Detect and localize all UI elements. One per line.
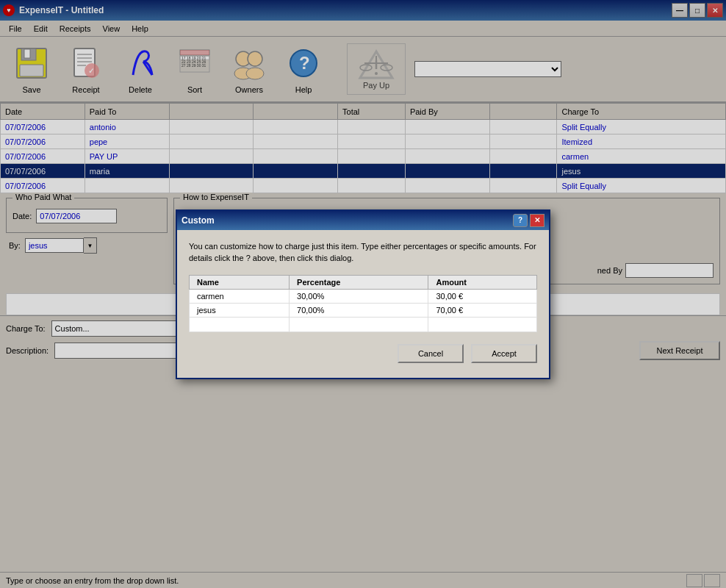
modal-close-button[interactable]: ✕ [530,214,544,227]
modal-cell-amount: 70,00 € [428,303,537,317]
modal-table-row[interactable]: carmen 30,00% 30,00 € [190,289,537,303]
modal-table-row-empty [190,317,537,331]
modal-cell-pct: 30,00% [290,289,428,303]
modal-footer: Cancel Accept [189,344,537,368]
modal-col-amount: Amount [428,275,537,289]
modal-help-button[interactable]: ? [513,214,528,227]
modal-cell-pct: 70,00% [290,303,428,317]
custom-dialog: Custom ? ✕ You can customize how to char… [176,209,550,379]
modal-col-percentage: Percentage [290,275,428,289]
modal-col-name: Name [190,275,290,289]
modal-title: Custom [182,215,215,226]
modal-table-row[interactable]: jesus 70,00% 70,00 € [190,303,537,317]
modal-title-bar: Custom ? ✕ [177,211,549,230]
accept-button[interactable]: Accept [471,344,537,363]
modal-body: You can customize how to charge just thi… [177,230,549,378]
cancel-button[interactable]: Cancel [398,344,464,363]
modal-cell-name: carmen [190,289,290,303]
modal-table: Name Percentage Amount carmen 30,00% 30,… [189,275,537,332]
modal-overlay: Custom ? ✕ You can customize how to char… [0,0,726,588]
modal-cell-name: jesus [190,303,290,317]
modal-title-buttons: ? ✕ [513,214,544,227]
modal-cell-amount: 30,00 € [428,289,537,303]
modal-description: You can customize how to charge just thi… [189,240,537,265]
